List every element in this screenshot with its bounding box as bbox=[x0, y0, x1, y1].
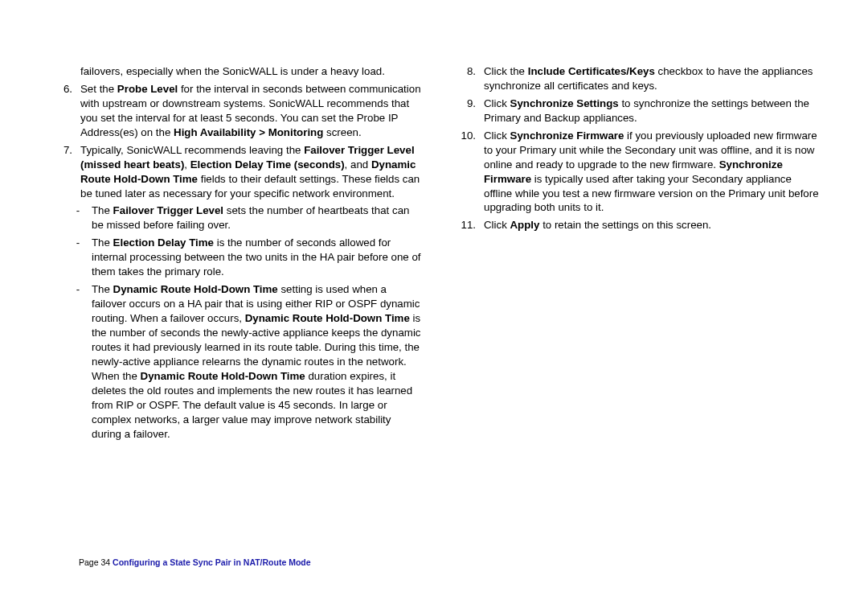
item-number: 7. bbox=[47, 143, 80, 201]
footer-page-number: Page 34 bbox=[79, 557, 113, 567]
bold-text: Include Certificates/Keys bbox=[528, 65, 655, 77]
list-item-9: 9. Click Synchronize Settings to synchro… bbox=[447, 97, 821, 125]
text-part: Click the bbox=[484, 65, 528, 77]
item-number: 6. bbox=[47, 82, 80, 140]
footer-section-title: Configuring a State Sync Pair in NAT/Rou… bbox=[113, 557, 311, 567]
bold-text: Dynamic Route Hold-Down Time bbox=[113, 283, 278, 295]
text-part: , bbox=[184, 158, 190, 171]
item-number: 11. bbox=[447, 218, 484, 232]
bold-text: Probe Level bbox=[117, 83, 178, 95]
sub-item-2: - The Election Delay Time is the number … bbox=[47, 236, 421, 279]
bold-text: Dynamic Route Hold-Down Time bbox=[245, 312, 410, 324]
item-number: 8. bbox=[447, 64, 484, 93]
sub-item-text: The Dynamic Route Hold-Down Time setting… bbox=[92, 282, 421, 441]
text-part: Click bbox=[484, 219, 510, 231]
list-item-6: 6. Set the Probe Level for the interval … bbox=[47, 82, 421, 140]
text-part: Set the bbox=[80, 83, 117, 95]
text-part: to retain the settings on this screen. bbox=[539, 219, 711, 231]
text-part: The bbox=[92, 236, 113, 249]
bold-text: Election Delay Time (seconds) bbox=[190, 158, 345, 171]
sub-item-3: - The Dynamic Route Hold-Down Time setti… bbox=[47, 282, 421, 441]
item-text: Typically, SonicWALL recommends leaving … bbox=[80, 143, 421, 201]
right-column: 8. Click the Include Certificates/Keys c… bbox=[447, 64, 821, 541]
item-text: Click Apply to retain the settings on th… bbox=[484, 218, 821, 232]
bold-text: Failover Trigger Level bbox=[113, 204, 223, 216]
bold-text: Apply bbox=[510, 219, 540, 231]
two-column-layout: failovers, especially when the SonicWALL… bbox=[47, 64, 821, 541]
bold-text: Synchronize Settings bbox=[510, 97, 619, 109]
bold-text: Synchronize Firmware bbox=[510, 130, 624, 142]
text-part: Typically, SonicWALL recommends leaving … bbox=[80, 144, 304, 156]
item-number: 9. bbox=[447, 97, 484, 125]
bullet-dash: - bbox=[69, 204, 92, 232]
text-part: Click bbox=[484, 130, 510, 142]
bullet-dash: - bbox=[69, 236, 92, 279]
spacer bbox=[47, 64, 80, 79]
sub-item-text: The Failover Trigger Level sets the numb… bbox=[92, 204, 421, 232]
text-part: , and bbox=[345, 158, 371, 171]
list-item-11: 11. Click Apply to retain the settings o… bbox=[447, 218, 821, 232]
list-item-8: 8. Click the Include Certificates/Keys c… bbox=[447, 64, 821, 93]
item-text: Click the Include Certificates/Keys chec… bbox=[484, 64, 821, 93]
bold-text: High Availability > Monitoring bbox=[174, 126, 323, 138]
continuation-text: failovers, especially when the SonicWALL… bbox=[47, 64, 421, 79]
item-text: Set the Probe Level for the interval in … bbox=[80, 82, 421, 140]
list-item-7: 7. Typically, SonicWALL recommends leavi… bbox=[47, 143, 421, 201]
intro-text: failovers, especially when the SonicWALL… bbox=[80, 64, 421, 79]
item-text: Click Synchronize Settings to synchroniz… bbox=[484, 97, 821, 125]
list-item-10: 10. Click Synchronize Firmware if you pr… bbox=[447, 129, 821, 216]
item-text: Click Synchronize Firmware if you previo… bbox=[484, 129, 821, 216]
item-number: 10. bbox=[447, 129, 484, 216]
left-column: failovers, especially when the SonicWALL… bbox=[47, 64, 421, 541]
page-footer: Page 34 Configuring a State Sync Pair in… bbox=[47, 557, 821, 568]
document-page: failovers, especially when the SonicWALL… bbox=[0, 0, 868, 592]
bold-text: Election Delay Time bbox=[113, 236, 214, 249]
text-part: screen. bbox=[323, 126, 361, 138]
text-part: The bbox=[92, 283, 113, 295]
sub-item-1: - The Failover Trigger Level sets the nu… bbox=[47, 204, 421, 232]
text-part: Click bbox=[484, 97, 510, 109]
bold-text: Dynamic Route Hold-Down Time bbox=[141, 370, 305, 382]
sub-item-text: The Election Delay Time is the number of… bbox=[92, 236, 421, 279]
bullet-dash: - bbox=[69, 282, 92, 441]
text-part: The bbox=[92, 204, 113, 216]
text-part: is typically used after taking your Seco… bbox=[484, 173, 819, 214]
